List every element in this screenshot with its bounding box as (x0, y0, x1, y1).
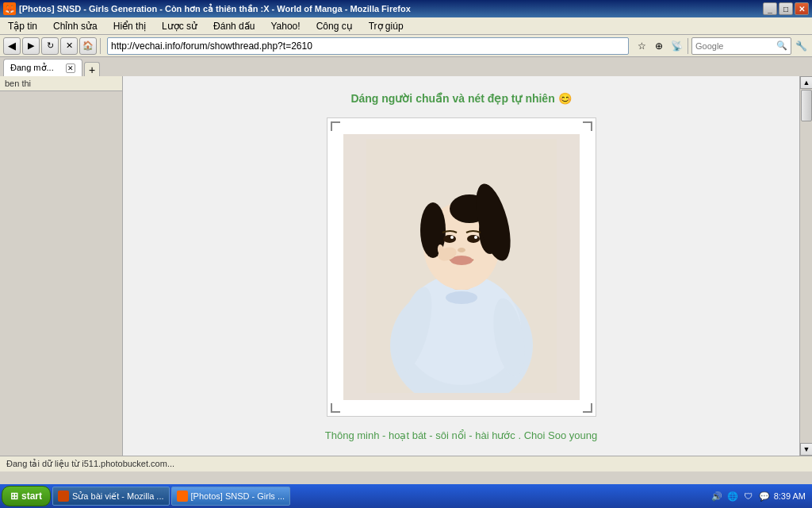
svg-point-14 (458, 248, 465, 252)
taskbar-item-1[interactable]: [Photos] SNSD - Girls ... (171, 487, 291, 506)
tray-icon-3: 🛡 (742, 490, 755, 502)
nav-bar: ◀ ▶ ↻ ✕ 🏠 ☆ ⊕ 📡 🔍 🔧 (0, 35, 812, 57)
scrollbar: ▲ ▼ (799, 76, 812, 456)
google-input[interactable] (695, 41, 775, 51)
status-bar: Đang tải dữ liệu từ i511.photobucket.com… (0, 456, 812, 471)
windows-logo: ⊞ (10, 491, 18, 502)
svg-point-13 (474, 236, 477, 239)
bookmark-star-icon[interactable]: ☆ (634, 38, 649, 54)
browser-area: ben thi Dáng người chuẩn và nét đẹp tự n… (0, 76, 812, 456)
menu-help[interactable]: Trợ giúp (364, 19, 408, 33)
menu-history[interactable]: Lược sử (157, 19, 202, 33)
taskbar-icon-0 (58, 491, 69, 502)
back-button[interactable]: ◀ (3, 37, 21, 55)
tray-icon-4: 💬 (758, 490, 771, 502)
reload-button[interactable]: ↻ (41, 37, 59, 55)
sidebar: ben thi (0, 76, 123, 456)
nav-separator-2 (688, 38, 688, 54)
google-search-bar[interactable]: 🔍 (691, 37, 791, 55)
start-label: start (21, 491, 42, 502)
menu-file[interactable]: Tập tin (3, 19, 42, 33)
corner-tr (583, 121, 592, 131)
scroll-thumb[interactable] (801, 90, 812, 121)
forward-button[interactable]: ▶ (22, 37, 40, 55)
taskbar-items: Sửa bài viết - Mozilla ... [Photos] SNSD… (52, 487, 704, 506)
photo-frame (343, 134, 580, 400)
svg-point-12 (450, 236, 454, 239)
tray-icon-1: 🔊 (710, 490, 723, 502)
tab-bar: Đang mở... ✕ + (0, 57, 812, 76)
addon-icon[interactable]: 🔧 (793, 38, 809, 54)
nav-separator (100, 38, 101, 54)
corner-tl (331, 121, 340, 131)
content-area[interactable]: Dáng người chuẩn và nét đẹp tự nhiên 😊 (123, 76, 799, 456)
taskbar-item-0[interactable]: Sửa bài viết - Mozilla ... (52, 487, 169, 506)
tray-icon-2: 🌐 (726, 490, 739, 502)
system-clock: 8:39 AM (774, 491, 806, 501)
corner-br (583, 403, 592, 413)
tab-0-close[interactable]: ✕ (66, 64, 75, 73)
status-text: Đang tải dữ liệu từ i511.photobucket.com… (6, 459, 174, 469)
scroll-down-button[interactable]: ▼ (800, 443, 812, 456)
rss-icon[interactable]: 📡 (668, 38, 684, 54)
sidebar-header: ben thi (0, 76, 122, 91)
taskbar-item-1-label: [Photos] SNSD - Girls ... (191, 491, 285, 501)
menu-bar: Tập tin Chỉnh sửa Hiển thị Lược sử Đánh … (0, 17, 812, 35)
url-input[interactable] (111, 40, 625, 52)
menu-yahoo[interactable]: Yahoo! (266, 19, 304, 33)
photo-caption: Thông minh - hoạt bát - sôi nổi - hài hư… (139, 429, 783, 441)
home-button[interactable]: 🏠 (79, 37, 97, 55)
menu-tools[interactable]: Công cụ (312, 19, 358, 33)
taskbar-item-0-label: Sửa bài viết - Mozilla ... (72, 491, 163, 502)
menu-view[interactable]: Hiển thị (109, 19, 151, 33)
corner-bl (331, 403, 340, 413)
browser-icon: 🦊 (3, 2, 16, 15)
window-controls: _ □ ✕ (763, 2, 809, 15)
menu-bookmarks[interactable]: Đánh dấu (209, 19, 259, 33)
stop-button[interactable]: ✕ (60, 37, 78, 55)
start-button[interactable]: ⊞ start (2, 486, 51, 506)
google-search-button[interactable]: 🔍 (776, 40, 787, 51)
title-bar: 🦊 [Photos] SNSD - Girls Generation - Còn… (0, 0, 812, 17)
svg-point-10 (443, 235, 456, 243)
address-bar[interactable] (107, 37, 629, 55)
svg-point-11 (467, 235, 480, 243)
photo-container (327, 117, 596, 417)
menu-edit[interactable]: Chỉnh sửa (48, 19, 102, 33)
tab-0-label: Đang mở... (10, 63, 54, 73)
scroll-up-button[interactable]: ▲ (800, 76, 812, 89)
bookmark-add-icon[interactable]: ⊕ (651, 38, 667, 54)
tab-0[interactable]: Đang mở... ✕ (3, 59, 82, 76)
window-title: [Photos] SNSD - Girls Generation - Còn h… (19, 4, 411, 14)
minimize-button[interactable]: _ (763, 2, 777, 15)
taskbar-icon-1 (177, 491, 188, 502)
page-content: Dáng người chuẩn và nét đẹp tự nhiên 😊 (123, 76, 799, 456)
post-title: Dáng người chuẩn và nét đẹp tự nhiên 😊 (139, 92, 783, 105)
system-tray: 🔊 🌐 🛡 💬 8:39 AM (706, 490, 810, 502)
svg-point-3 (446, 291, 477, 304)
close-button[interactable]: ✕ (795, 2, 809, 15)
title-bar-left: 🦊 [Photos] SNSD - Girls Generation - Còn… (3, 2, 411, 15)
maximize-button[interactable]: □ (779, 2, 793, 15)
taskbar: ⊞ start Sửa bài viết - Mozilla ... [Phot… (0, 484, 812, 508)
photo-svg (348, 139, 575, 393)
scroll-track[interactable] (800, 89, 812, 443)
new-tab-button[interactable]: + (84, 62, 100, 76)
